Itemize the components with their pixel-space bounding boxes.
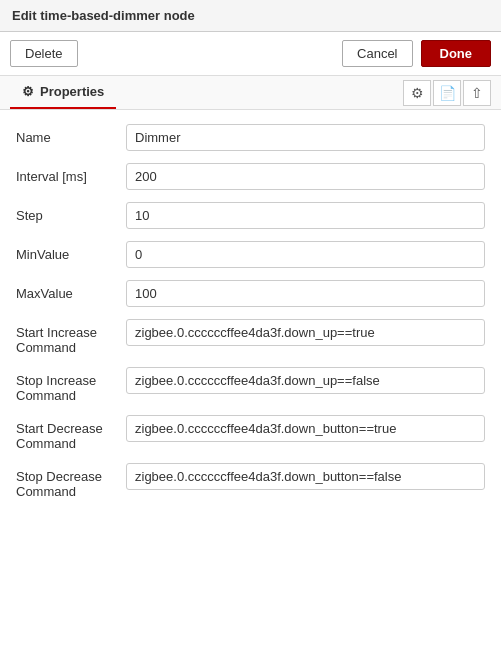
label-start_increase: Start Increase Command (16, 319, 126, 355)
input-stop_increase[interactable] (126, 367, 485, 394)
tab-gear-icon: ⚙ (22, 84, 34, 99)
input-minvalue[interactable] (126, 241, 485, 268)
import-icon: ⇧ (471, 85, 483, 101)
form-row-start_decrease: Start Decrease Command (16, 415, 485, 451)
input-interval[interactable] (126, 163, 485, 190)
delete-button[interactable]: Delete (10, 40, 78, 67)
form-row-interval: Interval [ms] (16, 163, 485, 190)
label-interval: Interval [ms] (16, 163, 126, 184)
label-start_decrease: Start Decrease Command (16, 415, 126, 451)
cancel-button[interactable]: Cancel (342, 40, 412, 67)
gear-icon: ⚙ (411, 85, 424, 101)
toolbar: Delete Cancel Done (0, 32, 501, 76)
label-maxvalue: MaxValue (16, 280, 126, 301)
done-button[interactable]: Done (421, 40, 492, 67)
form-row-step: Step (16, 202, 485, 229)
tab-icon-doc[interactable]: 📄 (433, 80, 461, 106)
doc-icon: 📄 (439, 85, 456, 101)
label-name: Name (16, 124, 126, 145)
form-row-name: Name (16, 124, 485, 151)
tab-icon-import[interactable]: ⇧ (463, 80, 491, 106)
page-title: Edit time-based-dimmer node (12, 8, 195, 23)
input-step[interactable] (126, 202, 485, 229)
label-stop_decrease: Stop Decrease Command (16, 463, 126, 499)
tab-icon-gear[interactable]: ⚙ (403, 80, 431, 106)
tab-properties[interactable]: ⚙ Properties (10, 76, 116, 109)
tab-bar: ⚙ Properties ⚙ 📄 ⇧ (0, 76, 501, 110)
form-body: NameInterval [ms]StepMinValueMaxValueSta… (0, 110, 501, 525)
input-start_decrease[interactable] (126, 415, 485, 442)
label-minvalue: MinValue (16, 241, 126, 262)
form-row-stop_decrease: Stop Decrease Command (16, 463, 485, 499)
label-step: Step (16, 202, 126, 223)
title-bar: Edit time-based-dimmer node (0, 0, 501, 32)
label-stop_increase: Stop Increase Command (16, 367, 126, 403)
input-maxvalue[interactable] (126, 280, 485, 307)
form-row-minvalue: MinValue (16, 241, 485, 268)
form-row-maxvalue: MaxValue (16, 280, 485, 307)
form-row-stop_increase: Stop Increase Command (16, 367, 485, 403)
input-name[interactable] (126, 124, 485, 151)
input-stop_decrease[interactable] (126, 463, 485, 490)
input-start_increase[interactable] (126, 319, 485, 346)
form-row-start_increase: Start Increase Command (16, 319, 485, 355)
tab-properties-label: Properties (40, 84, 104, 99)
